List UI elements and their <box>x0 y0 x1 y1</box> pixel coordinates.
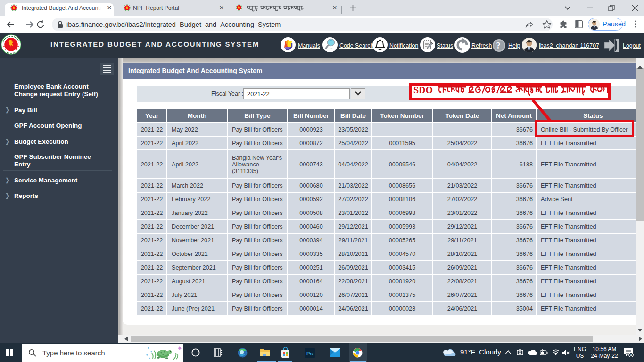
svg-text:?: ? <box>496 41 501 50</box>
svg-text:Ps: Ps <box>306 351 313 356</box>
svg-text:4: 4 <box>630 353 632 357</box>
